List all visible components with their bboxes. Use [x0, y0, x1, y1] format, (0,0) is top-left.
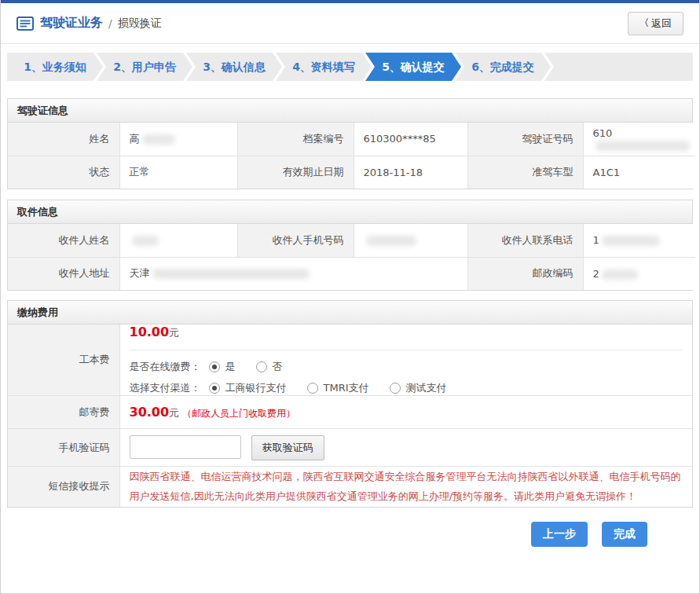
postage-fee-label: 邮寄费 [8, 396, 119, 429]
pickup-info-section: 取件信息 收件人姓名 收件人手机号码 收件人联系电话 1 收件人地址 天津 邮政… [7, 200, 693, 291]
recipient-name-label: 收件人姓名 [8, 224, 119, 257]
production-fee-amount: 10.00元 [130, 324, 684, 340]
radio-label: 否 [273, 360, 283, 374]
table-row: 收件人姓名 收件人手机号码 收件人联系电话 1 [8, 224, 695, 257]
recipient-phone-label: 收件人联系电话 [467, 224, 583, 257]
radio-icon [209, 383, 220, 394]
pickup-info-table: 收件人姓名 收件人手机号码 收件人联系电话 1 收件人地址 天津 邮政编码 2 [8, 224, 695, 290]
step-tab-5[interactable]: 5、确认提交 [365, 53, 461, 81]
back-button-label: 返回 [651, 16, 672, 31]
page-title: 驾驶证业务 [40, 15, 103, 31]
step-progress-bar: 1、业务须知 2、用户申告 3、确认信息 4、资料填写 5、确认提交 6、完成提… [7, 53, 693, 81]
step-tab-4[interactable]: 4、资料填写 [276, 53, 372, 81]
expiry-value: 2018-11-18 [354, 156, 467, 189]
sms-notice-text: 因陕西省联通、电信运营商技术问题，陕西省互联网交通安全综合服务管理平台无法向持陕… [130, 467, 684, 507]
radio-icon [307, 383, 318, 394]
name-label: 姓名 [8, 123, 119, 156]
radio-online-no[interactable]: 否 [256, 360, 283, 374]
name-value: 高 [119, 123, 237, 156]
status-label: 状态 [8, 156, 119, 189]
recipient-mobile-value [354, 224, 467, 257]
radio-icon [256, 361, 267, 372]
back-chevron-icon: 〈 [640, 16, 649, 30]
recipient-phone-value: 1 [583, 224, 695, 257]
recipient-address-label: 收件人地址 [8, 257, 119, 290]
production-fee-cell: 10.00元 是否在线缴费： 是 否 [119, 324, 692, 396]
radio-icon [390, 383, 401, 394]
footer-actions: 上一步 完成 [1, 522, 699, 547]
radio-label: 工商银行支付 [225, 381, 287, 395]
payment-channel-radio-group: 选择支付渠道： 工商银行支付 TMRI支付 测试支付 [130, 381, 684, 395]
vehicle-class-label: 准驾车型 [467, 156, 583, 189]
table-row: 邮寄费 30.00元（邮政人员上门收取费用） [8, 396, 692, 429]
step-tab-1[interactable]: 1、业务须知 [7, 53, 103, 81]
table-row: 姓名 高 档案编号 610300****85 驾驶证号码 610 [8, 123, 695, 156]
recipient-mobile-label: 收件人手机号码 [237, 224, 354, 257]
fees-section-title: 缴纳费用 [8, 301, 692, 324]
header: 驾驶证业务 / 损毁换证 〈 返回 [1, 3, 699, 44]
license-list-icon [16, 16, 34, 31]
radio-label: TMRI支付 [324, 381, 369, 395]
file-number-label: 档案编号 [237, 123, 354, 156]
sms-code-input[interactable] [130, 435, 241, 459]
sms-notice-cell: 因陕西省联通、电信运营商技术问题，陕西省互联网交通安全综合服务管理平台无法向持陕… [119, 467, 692, 507]
radio-online-yes[interactable]: 是 [209, 360, 236, 374]
radio-label: 测试支付 [406, 381, 447, 395]
redacted-address [152, 269, 310, 279]
payment-channel-question: 选择支付渠道： [130, 381, 201, 395]
postage-fee-note: （邮政人员上门收取费用） [182, 408, 295, 419]
zip-code-label: 邮政编码 [467, 257, 583, 290]
breadcrumb-current: 损毁换证 [118, 16, 162, 31]
step-tab-6[interactable]: 6、完成提交 [455, 53, 551, 81]
radio-label: 是 [225, 360, 236, 374]
sms-notice-label: 短信接收提示 [8, 467, 119, 507]
radio-icon [209, 361, 220, 372]
radio-channel-test[interactable]: 测试支付 [390, 381, 447, 395]
fees-section: 缴纳费用 工本费 10.00元 是否在线缴费： 是 [7, 300, 693, 508]
postage-fee-unit: 元 [169, 407, 179, 419]
table-row: 工本费 10.00元 是否在线缴费： 是 否 [8, 324, 692, 396]
license-info-table: 姓名 高 档案编号 610300****85 驾驶证号码 610 状态 正常 有… [8, 123, 695, 189]
production-fee-label: 工本费 [8, 324, 119, 396]
table-row: 状态 正常 有效期止日期 2018-11-18 准驾车型 A1C1 [8, 156, 695, 189]
previous-step-button[interactable]: 上一步 [531, 522, 588, 547]
radio-channel-icbc[interactable]: 工商银行支付 [209, 381, 287, 395]
status-value: 正常 [119, 156, 237, 189]
recipient-address-value: 天津 [119, 257, 467, 290]
step-tab-2[interactable]: 2、用户申告 [97, 53, 192, 81]
redacted-zip [602, 270, 638, 280]
finish-button[interactable]: 完成 [602, 522, 647, 547]
step-bar-filler [544, 53, 693, 81]
radio-channel-tmri[interactable]: TMRI支付 [307, 381, 369, 395]
redacted-mobile [366, 236, 416, 246]
page: 驾驶证业务 / 损毁换证 〈 返回 1、业务须知 2、用户申告 3、确认信息 4… [0, 0, 700, 594]
license-section-title: 驾驶证信息 [8, 99, 692, 123]
fees-table: 工本费 10.00元 是否在线缴费： 是 否 [8, 324, 692, 507]
sms-code-cell: 获取验证码 [119, 429, 692, 467]
sms-code-label: 手机验证码 [8, 429, 119, 467]
vehicle-class-value: A1C1 [583, 156, 695, 189]
license-number-label: 驾驶证号码 [467, 123, 583, 156]
expiry-label: 有效期止日期 [237, 156, 354, 189]
postage-fee-cell: 30.00元（邮政人员上门收取费用） [119, 396, 692, 429]
online-payment-radio-group: 是否在线缴费： 是 否 [130, 360, 684, 374]
back-button[interactable]: 〈 返回 [628, 12, 684, 35]
breadcrumb-separator: / [108, 17, 112, 30]
redacted-license-number [596, 141, 690, 151]
postage-fee-amount: 30.00 [130, 405, 170, 420]
license-number-value: 610 [583, 123, 695, 156]
redacted-phone [602, 236, 660, 246]
online-payment-question: 是否在线缴费： [130, 360, 201, 374]
get-code-button[interactable]: 获取验证码 [251, 435, 324, 460]
license-info-section: 驾驶证信息 姓名 高 档案编号 610300****85 驾驶证号码 610 状… [7, 98, 693, 189]
step-tab-3[interactable]: 3、确认信息 [186, 53, 282, 81]
table-row: 短信接收提示 因陕西省联通、电信运营商技术问题，陕西省互联网交通安全综合服务管理… [8, 467, 692, 507]
file-number-value: 610300****85 [354, 123, 467, 156]
table-row: 手机验证码 获取验证码 [8, 429, 692, 467]
recipient-name-value [119, 224, 237, 257]
divider [130, 350, 684, 350]
redacted-name [142, 134, 175, 145]
table-row: 收件人地址 天津 邮政编码 2 [8, 257, 695, 290]
redacted-recipient-name [132, 236, 159, 246]
pickup-section-title: 取件信息 [8, 200, 692, 224]
